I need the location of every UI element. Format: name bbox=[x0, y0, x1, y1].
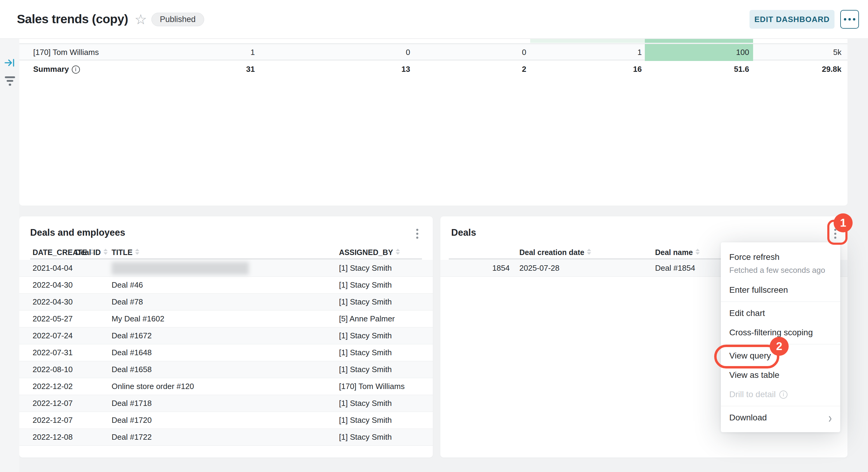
card-title: Deals bbox=[451, 227, 476, 238]
menu-item-label: Download bbox=[729, 413, 767, 422]
sort-up-triangle bbox=[396, 249, 400, 251]
cell-date-create: 2022-07-31 bbox=[33, 344, 73, 361]
sort-up-triangle bbox=[587, 249, 591, 251]
cell-value: 13 bbox=[401, 61, 410, 77]
cell-assigned-by: [1] Stacy Smith bbox=[339, 327, 392, 344]
page-title: Sales trends (copy) bbox=[17, 12, 128, 26]
dashboard-more-button[interactable] bbox=[840, 10, 859, 29]
info-icon[interactable]: i bbox=[72, 65, 80, 73]
column-header-assigned-by: ASSIGNED_BY bbox=[339, 246, 400, 259]
menu-item-cross-filtering-scoping[interactable]: Cross-filtering scoping bbox=[721, 323, 840, 342]
menu-item-download[interactable]: Download› bbox=[721, 408, 840, 427]
cell-date-create: 2022-08-10 bbox=[33, 361, 73, 378]
cell-date-create: 2022-04-30 bbox=[33, 277, 73, 293]
collapse-panel-icon[interactable] bbox=[4, 57, 16, 68]
cell-value: 31 bbox=[246, 61, 255, 77]
cell-creation-date: 2025-07-28 bbox=[519, 260, 559, 276]
column-header-title: TITLE bbox=[112, 246, 140, 259]
cell-date-create: 2022-12-07 bbox=[33, 412, 73, 429]
cell-date-create: 2022-04-30 bbox=[33, 294, 73, 310]
cell-assigned-by: [1] Stacy Smith bbox=[339, 260, 392, 276]
card-title: Deals and employees bbox=[30, 227, 125, 238]
sales-trends-table-card: [170] Tom Williams10011005k Summaryi3113… bbox=[19, 39, 847, 206]
column-header-deal-id: Deal ID bbox=[75, 246, 108, 259]
menu-item-label: Edit chart bbox=[729, 308, 765, 318]
sort-icon[interactable] bbox=[695, 249, 700, 255]
menu-item-label: Drill to detail bbox=[729, 390, 776, 399]
menu-item-view-query[interactable]: View query bbox=[721, 346, 840, 365]
row-label: [170] Tom Williams bbox=[33, 44, 99, 60]
clipped-row bbox=[19, 39, 847, 43]
table-row: 2022-07-31Deal #1648[1] Stacy Smith bbox=[19, 344, 433, 361]
sort-up-triangle bbox=[103, 249, 108, 251]
menu-item-force-refresh[interactable]: Force refreshFetched a few seconds ago bbox=[721, 246, 840, 281]
cell-assigned-by: [1] Stacy Smith bbox=[339, 277, 392, 293]
cell-date-create: 2022-12-02 bbox=[33, 378, 73, 395]
menu-item-enter-fullscreen[interactable]: Enter fullscreen bbox=[721, 281, 840, 300]
menu-item-label: Cross-filtering scoping bbox=[729, 328, 813, 337]
card-menu-kebab-icon[interactable] bbox=[413, 228, 421, 239]
cell-date-create: 2022-07-24 bbox=[33, 327, 73, 344]
favorite-star-icon[interactable]: ☆ bbox=[134, 10, 147, 28]
status-badge: Published bbox=[151, 13, 204, 26]
cell-value: 0 bbox=[522, 44, 526, 60]
cell-title: Deal #78 bbox=[112, 294, 143, 310]
edit-dashboard-button[interactable]: EDIT DASHBOARD bbox=[749, 10, 835, 29]
filter-icon[interactable] bbox=[4, 75, 16, 86]
table-row: 2022-05-27My Deal #1602[5] Anne Palmer bbox=[19, 311, 433, 327]
top-bar: Sales trends (copy) ☆ Published EDIT DAS… bbox=[0, 0, 868, 39]
sort-down-triangle bbox=[396, 252, 400, 255]
menu-item-label: View query bbox=[729, 351, 771, 361]
menu-item-drill-to-detail: Drill to detaili bbox=[721, 385, 840, 404]
menu-item-view-as-table[interactable]: View as table bbox=[721, 365, 840, 385]
cell-date-create: 2022-12-07 bbox=[33, 395, 73, 412]
sort-icon[interactable] bbox=[587, 249, 591, 255]
cell-assigned-by: [5] Anne Palmer bbox=[339, 311, 395, 327]
cell-value: 29.8k bbox=[822, 61, 841, 77]
cell-value: 5k bbox=[833, 44, 841, 60]
card-menu-kebab-icon[interactable] bbox=[831, 228, 839, 239]
chart-context-menu: Force refreshFetched a few seconds agoEn… bbox=[721, 242, 840, 432]
cell-assigned-by: [1] Stacy Smith bbox=[339, 344, 392, 361]
menu-item-label: Enter fullscreen bbox=[729, 285, 788, 295]
cell-value: 0 bbox=[406, 44, 410, 60]
menu-divider bbox=[721, 406, 840, 406]
cell-title: Deal #1718 bbox=[112, 395, 152, 412]
cell-value: 1 bbox=[638, 44, 642, 60]
cell-deal-id: 1854 bbox=[492, 260, 510, 276]
column-header-deal-creation-date: Deal creation date bbox=[519, 246, 591, 259]
menu-divider bbox=[721, 301, 840, 302]
menu-item-label: Force refresh bbox=[729, 252, 780, 262]
sort-down-triangle bbox=[695, 252, 700, 255]
table-row: 2022-12-02Online store order #120[170] T… bbox=[19, 378, 433, 395]
cell-assigned-by: [170] Tom Williams bbox=[339, 378, 405, 395]
cell-title: Deal #46 bbox=[112, 277, 143, 293]
sort-down-triangle bbox=[103, 252, 108, 255]
table-row: 2022-04-30Deal #78[1] Stacy Smith bbox=[19, 294, 433, 311]
sort-up-triangle bbox=[135, 249, 140, 251]
redacted-title bbox=[112, 262, 249, 275]
table-row: [170] Tom Williams10011005k bbox=[19, 43, 847, 60]
cell-deal-name: Deal #1854 bbox=[655, 260, 695, 276]
table-row: 2022-07-24Deal #1672[1] Stacy Smith bbox=[19, 327, 433, 344]
menu-item-edit-chart[interactable]: Edit chart bbox=[721, 304, 840, 323]
cell-value: 51.6 bbox=[734, 61, 749, 77]
cell-assigned-by: [1] Stacy Smith bbox=[339, 429, 392, 445]
cell-title: Deal #1722 bbox=[112, 429, 152, 445]
cell-title: Deal #1648 bbox=[112, 344, 152, 361]
cell-title: Deal #1658 bbox=[112, 361, 152, 378]
sort-icon[interactable] bbox=[135, 249, 140, 255]
sort-icon[interactable] bbox=[103, 249, 108, 255]
cell-assigned-by: [1] Stacy Smith bbox=[339, 294, 392, 310]
cell-assigned-by: [1] Stacy Smith bbox=[339, 412, 392, 429]
table-row: 2022-04-30Deal #46[1] Stacy Smith bbox=[19, 277, 433, 294]
sort-icon[interactable] bbox=[396, 249, 400, 255]
table-row: 2022-12-08Deal #1722[1] Stacy Smith bbox=[19, 429, 433, 446]
table-row: 2022-08-10Deal #1658[1] Stacy Smith bbox=[19, 361, 433, 378]
menu-item-label: View as table bbox=[729, 370, 779, 380]
cell-date-create: 2021-04-04 bbox=[33, 260, 73, 276]
cell-title: My Deal #1602 bbox=[112, 311, 164, 327]
cell-title: Deal #1672 bbox=[112, 327, 152, 344]
table-row: 2021-04-04[1] Stacy Smith bbox=[19, 260, 433, 277]
sort-down-triangle bbox=[587, 252, 591, 255]
